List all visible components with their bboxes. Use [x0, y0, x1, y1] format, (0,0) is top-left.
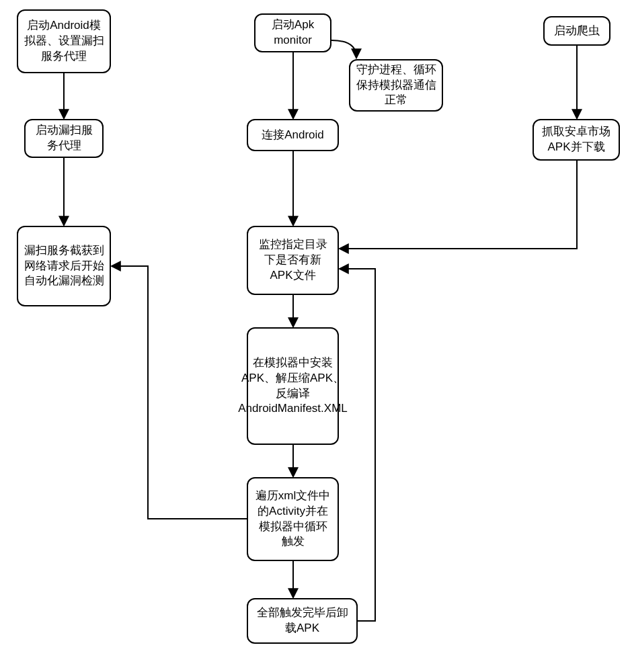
node-start-emulator: 启动Android模拟器、设置漏扫服务代理 [17, 9, 111, 73]
node-start-vuln-proxy: 启动漏扫服务代理 [24, 119, 104, 158]
node-vuln-detect: 漏扫服务截获到网络请求后开始自动化漏洞检测 [17, 226, 111, 306]
node-daemon-loop: 守护进程、循环保持模拟器通信正常 [349, 59, 443, 112]
node-install-apk: 在模拟器中安装APK、解压缩APK、反编译AndroidManifest.XML [247, 327, 339, 445]
node-uninstall-apk: 全部触发完毕后卸载APK [247, 598, 358, 644]
node-monitor-dir: 监控指定目录下是否有新APK文件 [247, 226, 339, 295]
node-crawl-apk: 抓取安卓市场APK并下载 [533, 119, 620, 161]
node-start-apk-monitor: 启动Apk monitor [254, 13, 331, 52]
node-traverse-activity: 遍历xml文件中的Activity并在模拟器中循环触发 [247, 477, 339, 561]
node-start-crawler: 启动爬虫 [543, 16, 611, 46]
node-connect-android: 连接Android [247, 119, 339, 151]
